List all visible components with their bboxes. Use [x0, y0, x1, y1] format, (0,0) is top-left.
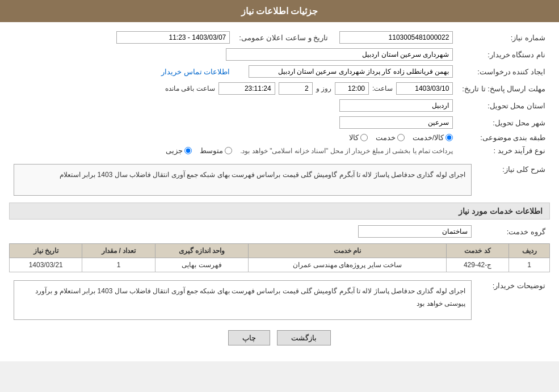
deadline-days-input: [279, 82, 313, 95]
city-label: شهر محل تحویل:: [457, 114, 550, 131]
back-button[interactable]: بازگشت: [277, 330, 331, 345]
deadline-remaining-label: ساعت باقی مانده: [165, 85, 215, 92]
buyer-desc-text: اجرای لوله گذاری حدفاصل پاساژ لاله تا آب…: [35, 287, 465, 307]
process-medium-label: متوسط: [200, 146, 223, 155]
buyer-desc-label: توضیحات خریدار:: [476, 278, 550, 322]
services-table: ردیف کد خدمت نام خدمت واحد اندازه گیری ت…: [9, 243, 550, 272]
need-number-input: [339, 31, 453, 44]
process-type-label: نوع فرآیند خرید :: [457, 144, 550, 157]
category-goods-label: کالا: [349, 133, 359, 142]
deadline-date-input: [396, 82, 453, 95]
requester-label: ایجاد کننده درخواست:: [457, 63, 550, 80]
process-medium-option[interactable]: متوسط: [200, 146, 232, 155]
service-group-input: [358, 225, 472, 238]
process-full-label: پرداخت تمام یا بخشی از مبلغ خریدار از مح…: [240, 147, 453, 155]
category-label: طبقه بندی موضوعی:: [457, 131, 550, 144]
contact-info-link[interactable]: اطلاعات تماس خریدار: [161, 68, 230, 76]
service-group-label: گروه خدمت:: [476, 223, 550, 240]
process-partial-option[interactable]: جزیی: [166, 146, 192, 155]
cell-need-date: 1403/03/21: [10, 258, 82, 272]
requester-input: [249, 65, 453, 78]
province-label: استان محل تحویل:: [457, 97, 550, 114]
col-unit: واحد اندازه گیری: [155, 244, 248, 258]
col-service-code: کد خدمت: [446, 244, 509, 258]
category-goods-service-label: کالا/خدمت: [413, 133, 444, 142]
need-desc-box: اجرای لوله گذاری حدفاصل پاساژ لاله تا آب…: [14, 164, 472, 196]
cell-unit: فهرست بهایی: [155, 258, 248, 272]
cell-service-code: ج-42-429: [446, 258, 509, 272]
announce-date-input: [116, 31, 230, 44]
process-partial-label: جزیی: [166, 146, 183, 155]
cell-row-num: 1: [509, 258, 550, 272]
page-title: جزئیات اطلاعات نیاز: [0, 0, 559, 22]
buyer-org-input: [226, 48, 453, 61]
category-service-option[interactable]: خدمت: [376, 133, 405, 142]
need-desc-text: اجرای لوله گذاری حدفاصل پاساژ لاله تا آب…: [60, 171, 465, 179]
col-row-num: ردیف: [509, 244, 550, 258]
deadline-day-label: روز و: [316, 85, 331, 92]
category-service-label: خدمت: [376, 133, 396, 142]
deadline-time-input: [335, 82, 369, 95]
category-goods-option[interactable]: کالا: [349, 133, 368, 142]
need-number-label: شماره نیاز:: [457, 29, 550, 46]
province-input: [339, 99, 453, 112]
services-section-title: اطلاعات خدمات مورد نیاز: [9, 203, 550, 220]
col-need-date: تاریخ نیاز: [10, 244, 82, 258]
deadline-remaining-input: [218, 82, 275, 95]
announce-date-label: تاریخ و ساعت اعلان عمومی:: [234, 29, 333, 46]
deadline-label: مهلت ارسال پاسخ: تا تاریخ:: [457, 80, 550, 97]
need-desc-label: شرح کلی نیاز:: [476, 162, 550, 198]
buyer-desc-box: اجرای لوله گذاری حدفاصل پاساژ لاله تا آب…: [14, 280, 472, 320]
buyer-org-label: نام دستگاه خریدار:: [457, 46, 550, 63]
table-row: 1 ج-42-429 ساخت سایر پروژه‌های مهندسی عم…: [10, 258, 550, 272]
col-quantity: تعداد / مقدار: [82, 244, 155, 258]
print-button[interactable]: چاپ: [228, 330, 270, 345]
cell-quantity: 1: [82, 258, 155, 272]
col-service-name: نام خدمت: [249, 244, 447, 258]
city-input: [339, 116, 453, 129]
cell-service-name: ساخت سایر پروژه‌های مهندسی عمران: [249, 258, 447, 272]
category-goods-service-option[interactable]: کالا/خدمت: [413, 133, 453, 142]
deadline-time-label: ساعت:: [372, 85, 393, 92]
